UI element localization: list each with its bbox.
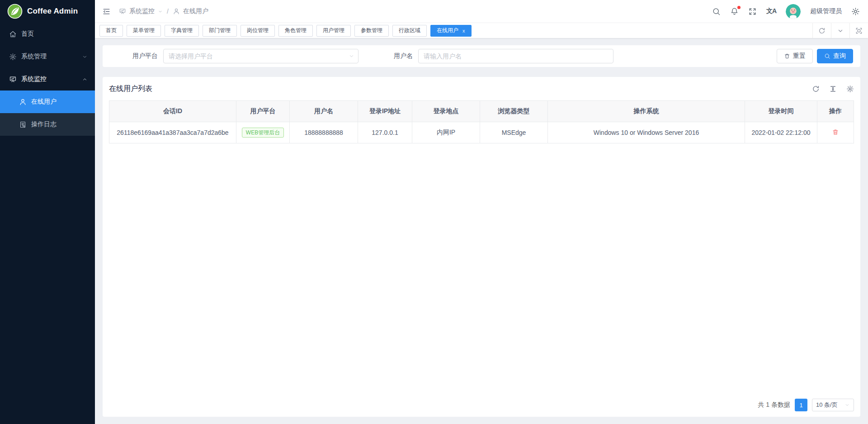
trash-icon — [784, 53, 790, 59]
delete-trash-icon[interactable] — [832, 129, 839, 136]
tab-online-users[interactable]: 在线用户 x — [430, 25, 472, 37]
pagination: 共 1 条数据 1 10 条/页 — [109, 394, 854, 411]
search-button[interactable]: 查询 — [817, 49, 853, 63]
app-logo[interactable]: Coffee Admin — [0, 0, 95, 23]
col-actions: 操作 — [817, 101, 854, 122]
username-field[interactable] — [418, 49, 613, 63]
current-username[interactable]: 超级管理员 — [810, 7, 842, 15]
breadcrumb-current: 在线用户 — [183, 7, 208, 15]
col-login-location: 登录地点 — [412, 101, 480, 122]
username-label: 用户名 — [374, 52, 413, 60]
settings-gear-icon[interactable] — [851, 7, 860, 16]
sidebar-item-label: 在线用户 — [31, 98, 57, 106]
tab-bar-tools — [812, 23, 868, 38]
breadcrumb: 系统监控 / 在线用户 — [119, 7, 208, 15]
refresh-icon[interactable] — [812, 23, 831, 38]
cell-platform: WEB管理后台 — [236, 122, 290, 143]
sidebar-item-online-users[interactable]: 在线用户 — [0, 91, 95, 113]
monitor-board-icon — [119, 8, 126, 15]
notification-badge — [737, 6, 741, 9]
sidebar-item-label: 系统管理 — [21, 52, 47, 61]
translate-icon[interactable]: 文A — [766, 7, 776, 15]
row-height-icon[interactable] — [829, 85, 837, 93]
sidebar-item-system-monitor[interactable]: 系统监控 — [0, 68, 95, 91]
card-header: 在线用户列表 — [109, 77, 854, 100]
column-settings-gear-icon[interactable] — [846, 85, 854, 93]
page-number-button[interactable]: 1 — [795, 399, 807, 411]
platform-tag: WEB管理后台 — [242, 128, 284, 138]
maximize-icon[interactable] — [849, 23, 868, 38]
cell-browser: MSEdge — [480, 122, 548, 143]
sidebar-submenu: 在线用户 操作日志 — [0, 91, 95, 136]
refresh-icon[interactable] — [812, 85, 820, 93]
sidebar-item-operation-logs[interactable]: 操作日志 — [0, 113, 95, 136]
person-icon — [173, 8, 180, 15]
tab-post-management[interactable]: 岗位管理 — [241, 25, 275, 37]
tab-home[interactable]: 首页 — [99, 25, 123, 37]
cell-login-time: 2022-01-02 22:12:00 — [745, 122, 817, 143]
platform-select[interactable] — [163, 49, 359, 63]
col-login-time: 登录时间 — [745, 101, 817, 122]
col-username: 用户名 — [290, 101, 358, 122]
app-title: Coffee Admin — [27, 7, 78, 16]
pagination-total: 共 1 条数据 — [758, 401, 790, 409]
username-input[interactable] — [418, 49, 613, 63]
breadcrumb-parent[interactable]: 系统监控 — [129, 7, 155, 15]
col-login-ip: 登录IP地址 — [358, 101, 412, 122]
header-actions: 文A 超级管理员 — [712, 4, 860, 19]
chevron-down-icon[interactable] — [158, 9, 163, 14]
bell-icon[interactable] — [730, 7, 739, 16]
leaf-logo-icon — [7, 4, 23, 19]
person-icon — [19, 98, 27, 106]
reset-button[interactable]: 重置 — [777, 49, 813, 63]
tab-menu-management[interactable]: 菜单管理 — [127, 25, 161, 37]
filter-actions: 重置 查询 — [777, 49, 853, 63]
sidebar-item-home[interactable]: 首页 — [0, 23, 95, 45]
main-area: 系统监控 / 在线用户 文A 超级管 — [95, 0, 868, 424]
filter-card: 用户平台 用户名 重置 — [103, 45, 860, 67]
breadcrumb-separator: / — [167, 8, 169, 15]
tab-admin-region[interactable]: 行政区域 — [392, 25, 427, 37]
chevron-down-icon — [82, 54, 88, 60]
gear-icon — [9, 53, 17, 61]
platform-label: 用户平台 — [110, 52, 158, 60]
close-icon[interactable]: x — [462, 28, 465, 33]
page-size-select[interactable]: 10 条/页 — [812, 399, 854, 411]
cell-username: 18888888888 — [290, 122, 358, 143]
fullscreen-icon[interactable] — [748, 7, 757, 16]
chevron-down-icon — [844, 402, 850, 408]
cell-login-location: 内网IP — [412, 122, 480, 143]
page-content: 用户平台 用户名 重置 — [95, 38, 868, 424]
col-session-id: 会话ID — [109, 101, 236, 122]
online-users-table: 会话ID 用户平台 用户名 登录IP地址 登录地点 浏览器类型 操作系统 登录时… — [109, 100, 854, 143]
online-users-card: 在线用户列表 会话ID 用户平台 — [103, 77, 860, 417]
chevron-down-icon[interactable] — [831, 23, 849, 38]
cell-session-id: 26118e6169aa41a387aa3ca7a7d2a6be — [109, 122, 236, 143]
card-tools — [812, 85, 854, 93]
tab-role-management[interactable]: 角色管理 — [278, 25, 313, 37]
sidebar-item-system-management[interactable]: 系统管理 — [0, 45, 95, 68]
tab-dept-management[interactable]: 部门管理 — [203, 25, 237, 37]
chevron-up-icon — [82, 76, 88, 82]
table-row: 26118e6169aa41a387aa3ca7a7d2a6be WEB管理后台… — [109, 122, 854, 143]
sidebar-collapse-icon[interactable] — [102, 7, 111, 16]
sidebar-item-label: 系统监控 — [21, 75, 47, 83]
sidebar-item-label: 操作日志 — [31, 120, 57, 129]
search-icon[interactable] — [712, 7, 721, 16]
cell-os: Windows 10 or Windows Server 2016 — [548, 122, 745, 143]
col-os: 操作系统 — [548, 101, 745, 122]
search-icon — [824, 53, 830, 59]
avatar[interactable] — [786, 4, 801, 19]
cell-login-ip: 127.0.0.1 — [358, 122, 412, 143]
col-browser: 浏览器类型 — [480, 101, 548, 122]
tab-param-management[interactable]: 参数管理 — [354, 25, 389, 37]
tab-dict-management[interactable]: 字典管理 — [165, 25, 199, 37]
sidebar: Coffee Admin 首页 系统管理 系统监控 在线用户 — [0, 0, 95, 424]
tab-bar: 首页 菜单管理 字典管理 部门管理 岗位管理 角色管理 用户管理 参数管理 行政… — [95, 23, 868, 38]
cell-actions — [817, 122, 854, 143]
top-header: 系统监控 / 在线用户 文A 超级管 — [95, 0, 868, 23]
monitor-board-icon — [9, 76, 17, 83]
tab-user-management[interactable]: 用户管理 — [316, 25, 351, 37]
platform-select-input[interactable] — [163, 49, 359, 63]
card-title: 在线用户列表 — [109, 84, 152, 94]
